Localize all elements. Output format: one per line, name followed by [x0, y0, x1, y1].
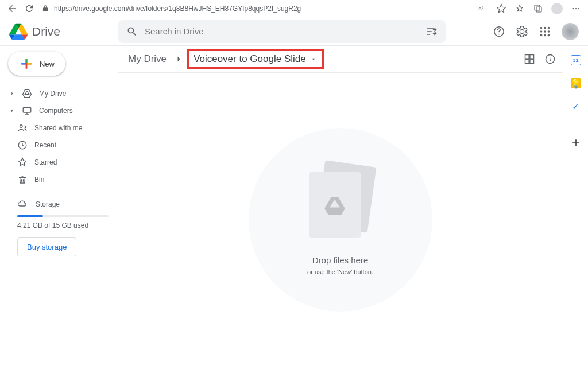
read-aloud-icon[interactable]: A⁹ [478, 3, 488, 14]
svg-rect-22 [530, 60, 534, 64]
account-avatar[interactable] [562, 23, 579, 40]
computers-icon [22, 106, 32, 116]
file-stack-icon [309, 163, 372, 244]
svg-point-13 [540, 34, 543, 36]
svg-point-4 [575, 7, 577, 9]
svg-rect-20 [530, 55, 534, 59]
sidebar-item-label: Recent [34, 141, 56, 149]
sidebar-item-shared[interactable]: Shared with me [6, 119, 118, 137]
svg-rect-19 [525, 55, 529, 59]
favorite-icon[interactable] [496, 3, 506, 14]
logo-section[interactable]: Drive [9, 23, 118, 40]
view-actions [524, 53, 556, 65]
svg-point-15 [548, 34, 550, 36]
search-icon [126, 26, 138, 37]
sidebar-item-my-drive[interactable]: My Drive [6, 85, 118, 102]
svg-rect-2 [536, 7, 541, 12]
search-bar[interactable] [118, 20, 446, 43]
svg-point-3 [572, 7, 574, 9]
favorites-bar-icon[interactable] [514, 3, 525, 14]
drop-zone[interactable]: Drop files here or use the 'New' button. [249, 128, 432, 312]
buy-storage-button[interactable]: Buy storage [17, 237, 76, 256]
breadcrumb: My Drive Voiceover to Google Slide [125, 49, 524, 69]
svg-point-7 [540, 26, 543, 29]
recent-icon [17, 140, 28, 150]
breadcrumb-current[interactable]: Voiceover to Google Slide [187, 49, 324, 69]
new-button[interactable]: New [8, 52, 65, 76]
drop-title: Drop files here [312, 255, 369, 265]
drive-icon [22, 88, 32, 99]
svg-point-5 [578, 7, 579, 9]
breadcrumb-root[interactable]: My Drive [125, 51, 170, 67]
svg-rect-1 [535, 5, 540, 10]
breadcrumb-row: My Drive Voiceover to Google Slide [118, 49, 563, 73]
search-input[interactable] [145, 26, 419, 36]
new-button-label: New [40, 60, 55, 68]
sidebar-item-storage[interactable]: Storage [17, 196, 109, 213]
browser-bar: https://drive.google.com/drive/folders/1… [0, 0, 588, 17]
product-name: Drive [32, 25, 60, 38]
svg-point-11 [544, 30, 546, 33]
svg-point-10 [540, 30, 543, 33]
breadcrumb-current-label: Voiceover to Google Slide [194, 53, 306, 65]
settings-icon[interactable] [516, 25, 528, 38]
plus-icon [19, 56, 34, 71]
svg-point-17 [20, 125, 23, 128]
drive-logo-icon [9, 23, 28, 40]
svg-point-12 [548, 30, 550, 33]
sidebar-item-starred[interactable]: Starred [6, 154, 118, 171]
sidebar: New My Drive Computers Shared with me Re… [0, 46, 118, 366]
sidebar-item-label: Bin [34, 176, 44, 184]
collections-icon[interactable] [533, 3, 543, 14]
refresh-icon[interactable] [24, 3, 34, 14]
chevron-right-icon [9, 108, 15, 114]
main-header: Drive [0, 17, 588, 46]
drive-triangle-icon [324, 196, 345, 215]
svg-point-9 [548, 26, 550, 29]
url-text: https://drive.google.com/drive/folders/1… [54, 5, 301, 13]
browser-actions: A⁹ [478, 3, 581, 14]
storage-section: Storage 4.21 GB of 15 GB used Buy storag… [6, 196, 118, 256]
calendar-icon[interactable]: 31 [571, 55, 581, 65]
storage-used-text: 4.21 GB of 15 GB used [17, 221, 109, 229]
lock-icon [41, 5, 49, 13]
storage-bar [17, 215, 109, 217]
grid-view-icon[interactable] [524, 53, 535, 65]
chevron-right-icon [9, 91, 15, 96]
sidebar-item-label: My Drive [39, 89, 66, 98]
svg-point-14 [544, 34, 546, 36]
sidebar-item-recent[interactable]: Recent [6, 137, 118, 154]
sidebar-item-label: Computers [39, 107, 73, 115]
chevron-right-icon [173, 54, 184, 64]
storage-label: Storage [36, 200, 60, 208]
side-panel: 31 💡 ✓ [563, 46, 588, 366]
add-addon-icon[interactable] [570, 137, 582, 149]
tasks-icon[interactable]: ✓ [571, 101, 581, 111]
search-options-icon[interactable] [426, 26, 438, 37]
panel-divider [571, 124, 581, 124]
storage-fill [17, 215, 43, 217]
back-icon[interactable] [7, 3, 17, 14]
bin-icon [17, 174, 28, 185]
sidebar-item-bin[interactable]: Bin [6, 171, 118, 188]
drop-subtitle: or use the 'New' button. [307, 268, 373, 275]
cloud-icon [17, 199, 28, 209]
more-icon[interactable] [571, 3, 581, 14]
sidebar-item-computers[interactable]: Computers [6, 102, 118, 119]
url-bar[interactable]: https://drive.google.com/drive/folders/1… [41, 5, 471, 13]
apps-icon[interactable] [539, 25, 551, 38]
svg-point-8 [544, 26, 546, 29]
svg-rect-16 [23, 108, 31, 112]
keep-icon[interactable]: 💡 [571, 78, 581, 88]
shared-icon [17, 123, 28, 133]
svg-rect-21 [525, 60, 529, 64]
svg-text:A⁹: A⁹ [479, 6, 483, 11]
chevron-down-icon [310, 55, 318, 63]
sidebar-item-label: Starred [34, 158, 57, 166]
profile-avatar[interactable] [551, 3, 563, 14]
info-icon[interactable] [544, 53, 556, 65]
header-actions [446, 23, 579, 40]
help-icon[interactable] [493, 25, 505, 38]
sidebar-item-label: Shared with me [34, 124, 82, 132]
empty-state: Drop files here or use the 'New' button. [118, 73, 563, 366]
